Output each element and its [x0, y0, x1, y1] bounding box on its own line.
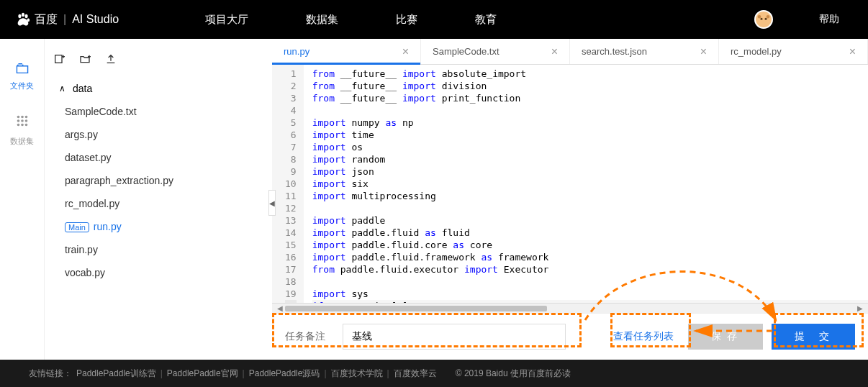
tree-item[interactable]: train.py	[50, 238, 272, 261]
editor-tabs: run.py × SampleCode.txt × search.test.js…	[272, 39, 868, 65]
footer-link[interactable]: 百度效率云	[394, 368, 437, 380]
svg-point-14	[24, 119, 27, 122]
new-folder-icon[interactable]	[79, 53, 91, 68]
tab-search-test-json[interactable]: search.test.json ×	[570, 39, 719, 64]
leftbar-datasets[interactable]: 数据集	[10, 113, 34, 147]
footer-copyright: © 2019 Baidu 使用百度前必读	[456, 368, 571, 380]
nav-education[interactable]: 教育	[475, 13, 497, 27]
logo-text: 百度	[35, 12, 58, 27]
topbar-right: 帮助	[754, 10, 861, 29]
svg-rect-18	[55, 55, 62, 63]
scroll-thumb[interactable]	[285, 306, 547, 311]
tree-item[interactable]: rc_model.py	[50, 192, 272, 215]
scroll-left-icon[interactable]: ◀	[275, 304, 285, 312]
sidebar: ∧ data SampleCode.txt args.py dataset.py…	[45, 39, 272, 360]
nav-projects[interactable]: 项目大厅	[205, 13, 248, 27]
tab-label: run.py	[284, 46, 309, 57]
svg-point-8	[767, 15, 770, 19]
collapse-handle[interactable]: ◀	[268, 190, 276, 216]
tab-run-py[interactable]: run.py ×	[272, 39, 421, 64]
svg-point-13	[21, 119, 24, 122]
svg-point-5	[761, 18, 763, 20]
code-content[interactable]: from __future__ import absolute_importfr…	[304, 65, 868, 303]
svg-point-16	[21, 124, 24, 127]
svg-point-11	[24, 116, 27, 119]
tree-item[interactable]: vocab.py	[50, 261, 272, 284]
svg-point-0	[18, 14, 21, 19]
close-icon[interactable]: ×	[402, 45, 409, 58]
save-button[interactable]: 保存	[688, 324, 763, 350]
main-badge: Main	[65, 222, 89, 232]
tree-item[interactable]: paragraph_extraction.py	[50, 169, 272, 192]
footer-link[interactable]: PaddlePaddle训练营	[76, 368, 156, 380]
scroll-track[interactable]	[285, 305, 855, 312]
bottom-bar: 任务备注 查看任务列表 保存 提 交	[272, 313, 868, 360]
tree-item[interactable]: dataset.py	[50, 146, 272, 169]
svg-point-9	[17, 116, 19, 119]
svg-point-12	[17, 119, 19, 122]
footer-link[interactable]: 百度技术学院	[331, 368, 383, 380]
tree-item-active[interactable]: Mainrun.py	[50, 215, 272, 238]
logo-divider: |	[63, 13, 66, 26]
main: 🗀 文件夹 数据集 ∧ data Sampl	[0, 39, 868, 360]
leftbar-datasets-label: 数据集	[10, 136, 34, 147]
logo[interactable]: 百度 | AI Studio	[14, 11, 119, 28]
svg-point-2	[25, 14, 28, 19]
folder-label: data	[73, 83, 92, 94]
active-file-label: run.py	[94, 221, 122, 232]
topnav: 项目大厅 数据集 比赛 教育	[205, 13, 554, 27]
code-editor[interactable]: 123456789101112131415161718192021222324 …	[272, 65, 868, 303]
nav-competitions[interactable]: 比赛	[396, 13, 417, 27]
svg-point-17	[24, 124, 27, 127]
svg-point-7	[758, 15, 761, 19]
file-tree: ∧ data SampleCode.txt args.py dataset.py…	[45, 77, 272, 284]
help-link[interactable]: 帮助	[819, 13, 839, 26]
leftbar-files-label: 文件夹	[10, 81, 34, 91]
svg-point-10	[21, 116, 24, 119]
editor-pane: ◀ run.py × SampleCode.txt × search.test.…	[272, 39, 868, 360]
gutter: 123456789101112131415161718192021222324	[272, 65, 304, 303]
new-file-icon[interactable]	[53, 53, 65, 68]
caret-icon: ∧	[59, 83, 65, 94]
task-input[interactable]	[343, 324, 566, 350]
close-icon[interactable]: ×	[551, 45, 558, 58]
product-name: AI Studio	[72, 13, 119, 26]
sidebar-toolbar	[45, 53, 272, 77]
footer-link[interactable]: PaddlePaddle源码	[249, 368, 320, 380]
folder-icon: 🗀	[14, 60, 30, 76]
leftbar-files[interactable]: 🗀 文件夹	[10, 60, 34, 91]
scroll-right-icon[interactable]: ▶	[855, 304, 865, 312]
tab-label: search.test.json	[582, 46, 647, 57]
close-icon[interactable]: ×	[849, 45, 856, 58]
footer-link[interactable]: PaddlePaddle官网	[167, 368, 238, 380]
avatar[interactable]	[754, 10, 773, 29]
tree-folder-data[interactable]: ∧ data	[50, 77, 272, 100]
baidu-paw-icon	[14, 11, 32, 28]
tab-rc-model-py[interactable]: rc_model.py ×	[719, 39, 868, 64]
footer: 友情链接： PaddlePaddle训练营| PaddlePaddle官网| P…	[0, 360, 868, 387]
tree-item[interactable]: args.py	[50, 123, 272, 146]
svg-point-1	[22, 13, 24, 17]
upload-icon[interactable]	[105, 53, 117, 68]
svg-point-15	[17, 124, 19, 127]
task-label: 任务备注	[285, 330, 325, 343]
submit-button[interactable]: 提 交	[772, 324, 855, 350]
topbar: 百度 | AI Studio 项目大厅 数据集 比赛 教育 帮助	[0, 0, 868, 39]
tree-item[interactable]: SampleCode.txt	[50, 100, 272, 123]
dataset-icon	[14, 113, 30, 132]
close-icon[interactable]: ×	[700, 45, 707, 58]
tab-label: SampleCode.txt	[433, 46, 499, 57]
leftbar: 🗀 文件夹 数据集	[0, 39, 45, 360]
footer-label: 友情链接：	[29, 368, 72, 380]
nav-datasets[interactable]: 数据集	[306, 13, 338, 27]
view-tasks-link[interactable]: 查看任务列表	[613, 330, 674, 343]
tab-samplecode[interactable]: SampleCode.txt ×	[421, 39, 570, 64]
tab-label: rc_model.py	[731, 46, 782, 57]
horizontal-scrollbar[interactable]: ◀ ▶	[272, 303, 868, 313]
svg-point-6	[765, 18, 767, 20]
